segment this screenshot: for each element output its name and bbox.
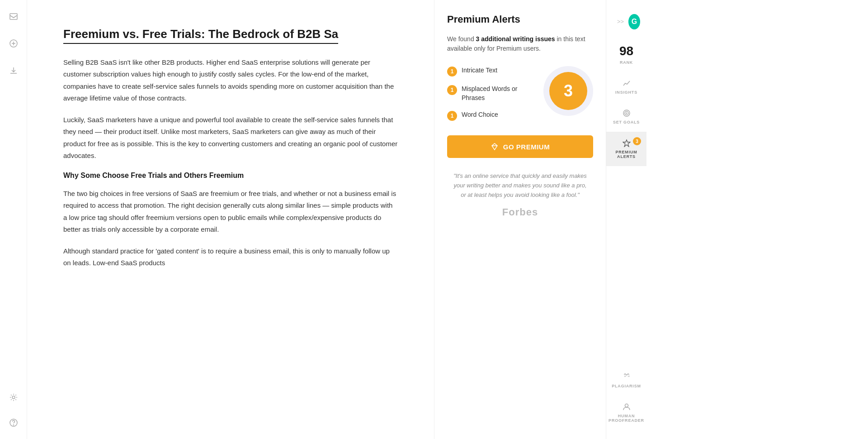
total-count-circle: 3 [549,72,587,110]
inbox-icon[interactable] [6,9,21,24]
premium-intro: We found 3 additional writing issues in … [447,34,593,53]
panel-title: Premium Alerts [447,14,593,25]
alerts-section: 1 Intricate Text 1 Misplaced Words or Ph… [447,66,593,121]
svg-point-4 [12,396,15,399]
score-section: 98 RANK [616,37,637,72]
article-title: Freemium vs. Free Trials: The Bedrock of… [63,27,338,44]
premium-intro-highlight: 3 additional writing issues [476,35,555,43]
alert-label-3: Word Choice [462,110,498,119]
testimonial-source: Forbes [452,206,589,218]
section-heading: Why Some Choose Free Trials and Others F… [63,172,398,180]
left-sidebar [0,0,27,439]
nav-label-premium: PREMIUMALERTS [615,150,637,159]
score-number: 98 [619,44,633,58]
avatar: G [628,14,640,29]
alert-badge-3: 1 [447,111,457,121]
nav-label-plagiarism: PLAGIARISM [612,384,641,388]
svg-text:": " [627,375,630,381]
total-count-outer: 3 [543,66,593,116]
main-content: Freemium vs. Free Trials: The Bedrock of… [27,0,434,439]
insights-icon [623,79,631,87]
plagiarism-icon: " " [623,373,631,381]
paragraph-4: Although standard practice for 'gated co… [63,245,398,269]
nav-item-human-proofreader[interactable]: HUMANPROOFREADER [606,396,646,430]
nav-item-premium-alerts[interactable]: 3 PREMIUMALERTS [606,132,646,166]
nav-item-plagiarism[interactable]: " " PLAGIARISM [606,366,646,396]
premium-icon [623,139,631,147]
diamond-icon [491,143,499,151]
nav-label-insights: INSIGHTS [615,90,637,95]
svg-text:": " [624,375,626,381]
alert-item-misplaced: 1 Misplaced Words or Phrases [447,85,534,102]
paragraph-2: Luckily, SaaS marketers have a unique an… [63,114,398,162]
nav-bottom: " " PLAGIARISM HUMANPROOFREADER [606,366,646,430]
testimonial-quote: "It's an online service that quickly and… [452,172,589,200]
score-label: RANK [620,60,633,65]
nav-label-goals: SET GOALS [613,120,640,124]
proofreader-icon [623,403,631,411]
paragraph-3: The two big choices in free versions of … [63,188,398,235]
goals-icon [623,109,631,117]
nav-item-insights[interactable]: INSIGHTS [606,72,646,102]
alerts-list: 1 Intricate Text 1 Misplaced Words or Ph… [447,66,534,121]
premium-panel: Premium Alerts We found 3 additional wri… [434,0,606,439]
paragraph-1: Selling B2B SaaS isn't like other B2B pr… [63,57,398,104]
go-premium-button[interactable]: GO PREMIUM [447,135,593,158]
svg-point-6 [13,425,14,425]
alert-badge-2: 1 [447,85,457,95]
svg-point-13 [625,404,628,407]
alert-badge-1: 1 [447,67,457,76]
svg-marker-10 [623,140,630,147]
alert-label-2: Misplaced Words or Phrases [462,85,534,102]
add-icon[interactable] [6,36,21,51]
testimonial: "It's an online service that quickly and… [447,172,593,218]
download-icon[interactable] [6,63,21,78]
svg-point-9 [626,113,627,114]
article-body: Selling B2B SaaS isn't like other B2B pr… [63,57,398,269]
nav-badge-premium: 3 [633,137,641,145]
expand-icon[interactable]: >> [613,14,628,29]
svg-rect-0 [10,14,17,19]
alert-label-1: Intricate Text [462,66,497,75]
alert-item-intricate: 1 Intricate Text [447,66,534,76]
settings-icon[interactable] [6,390,21,405]
nav-label-proofreader: HUMANPROOFREADER [609,414,644,423]
alert-item-word-choice: 1 Word Choice [447,110,534,121]
far-right-sidebar: >> G 98 RANK INSIGHTS SET GOALS 3 PREMIU… [606,0,646,439]
help-icon[interactable] [6,415,21,430]
nav-item-set-goals[interactable]: SET GOALS [606,102,646,132]
